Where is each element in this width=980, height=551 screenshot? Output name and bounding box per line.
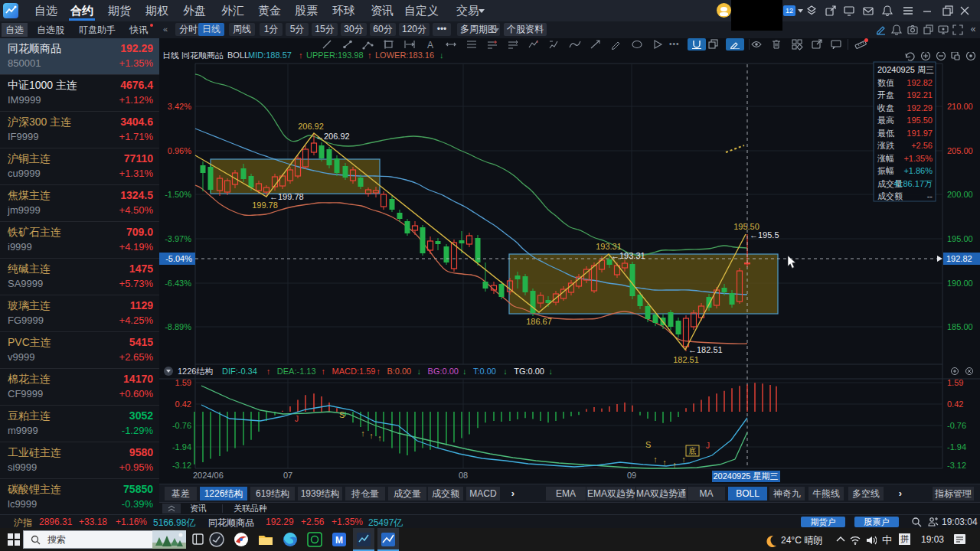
svg-text:↑: ↑ — [368, 52, 372, 60]
svg-text:↑: ↑ — [266, 367, 271, 376]
svg-text:186.67: 186.67 — [526, 317, 552, 326]
svg-text:LOWER:183.16: LOWER:183.16 — [375, 52, 434, 60]
svg-text:07: 07 — [283, 471, 292, 480]
svg-text:193.31: 193.31 — [596, 242, 622, 251]
svg-text:-1.50%: -1.50% — [165, 190, 191, 199]
svg-text:↑: ↑ — [681, 455, 686, 464]
svg-text:+1.35%: +1.35% — [903, 154, 933, 163]
svg-text:A: A — [427, 40, 433, 51]
svg-text:205.00: 205.00 — [947, 146, 973, 155]
svg-text:1.59: 1.59 — [947, 378, 963, 387]
svg-text:底: 底 — [688, 447, 696, 455]
svg-text:开盘: 开盘 — [877, 90, 894, 99]
svg-text:←206.92: ←206.92 — [315, 132, 350, 141]
svg-text:+2.56: +2.56 — [911, 141, 933, 150]
svg-text:-0.76: -0.76 — [172, 421, 191, 430]
svg-text:-8.89%: -8.89% — [165, 322, 191, 331]
svg-text:T:0.00: T:0.00 — [473, 367, 496, 376]
svg-text:-6.43%: -6.43% — [165, 279, 191, 288]
svg-text:-3.12: -3.12 — [947, 461, 966, 470]
svg-text:最高: 最高 — [877, 116, 894, 125]
svg-text:0.96%: 0.96% — [168, 146, 191, 155]
svg-text:B:0.00: B:0.00 — [387, 367, 411, 376]
svg-text:成交额: 成交额 — [877, 191, 903, 201]
svg-text:--: -- — [927, 191, 933, 201]
svg-text:↑: ↑ — [377, 433, 382, 442]
svg-text:20240925 星期三: 20240925 星期三 — [714, 471, 779, 481]
svg-text:-3.12: -3.12 — [172, 461, 191, 470]
svg-text:-1.94: -1.94 — [172, 442, 191, 452]
svg-text:↓: ↓ — [503, 367, 508, 376]
svg-text:M: M — [335, 535, 343, 546]
svg-text:S: S — [339, 410, 345, 419]
svg-text:BG:0.00: BG:0.00 — [428, 367, 459, 376]
svg-text:↑: ↑ — [369, 431, 374, 440]
svg-text:09: 09 — [627, 471, 636, 480]
svg-text:+1.86%: +1.86% — [903, 166, 933, 175]
svg-text:↓: ↓ — [417, 367, 422, 376]
svg-text:J: J — [706, 442, 710, 450]
svg-text:4186.17万: 4186.17万 — [893, 179, 933, 188]
svg-text:-5.04%: -5.04% — [165, 254, 192, 263]
svg-text:↑: ↑ — [322, 367, 326, 376]
svg-text:-3.97%: -3.97% — [165, 234, 191, 243]
svg-text:←195.5: ←195.5 — [750, 230, 779, 240]
svg-text:↓: ↓ — [439, 52, 444, 60]
svg-text:UPPER:193.98: UPPER:193.98 — [306, 52, 364, 60]
svg-text:2024/06: 2024/06 — [193, 471, 224, 480]
svg-text:↑: ↑ — [376, 367, 381, 376]
svg-text:199.78: 199.78 — [252, 201, 278, 210]
svg-text:←193.31: ←193.31 — [611, 251, 645, 260]
svg-text:190.00: 190.00 — [947, 279, 973, 288]
svg-text:200.00: 200.00 — [947, 190, 973, 199]
svg-text:191.97: 191.97 — [906, 129, 933, 138]
svg-text:192.82: 192.82 — [906, 78, 933, 87]
svg-text:1.59: 1.59 — [175, 378, 191, 387]
svg-text:0.42: 0.42 — [175, 399, 191, 409]
svg-text:涨幅: 涨幅 — [877, 154, 894, 163]
svg-text:收盘: 收盘 — [877, 103, 894, 112]
svg-text:182.51: 182.51 — [673, 355, 699, 364]
svg-text:210.00: 210.00 — [947, 102, 973, 111]
svg-text:-0.76: -0.76 — [947, 421, 966, 430]
svg-text:3.42%: 3.42% — [168, 102, 191, 111]
svg-text:206.92: 206.92 — [298, 122, 324, 131]
svg-text:MID:188.57: MID:188.57 — [248, 52, 292, 60]
svg-text:185.00: 185.00 — [947, 322, 973, 331]
svg-text:数值: 数值 — [877, 78, 894, 87]
svg-text:08: 08 — [459, 471, 468, 480]
svg-text:DEA:-1.13: DEA:-1.13 — [277, 367, 316, 376]
svg-text:192.29: 192.29 — [906, 103, 933, 112]
svg-text:20240925 周三: 20240925 周三 — [877, 65, 934, 74]
svg-text:BOLL: BOLL — [227, 52, 249, 60]
svg-text:↓: ↓ — [549, 367, 554, 376]
svg-text:S: S — [645, 440, 651, 449]
svg-text:195.00: 195.00 — [947, 234, 973, 243]
svg-text:192.21: 192.21 — [906, 90, 933, 99]
svg-text:TG:0.00: TG:0.00 — [514, 367, 544, 376]
svg-text:↑: ↑ — [653, 455, 658, 464]
svg-text:↓: ↓ — [462, 367, 467, 376]
svg-text:↑: ↑ — [672, 460, 677, 469]
svg-text:↑: ↑ — [662, 458, 667, 467]
svg-text:涨跌: 涨跌 — [877, 141, 895, 150]
svg-text:↑: ↑ — [361, 429, 365, 438]
svg-text:←182.51: ←182.51 — [688, 345, 723, 354]
svg-text:日线 同花顺商品: 日线 同花顺商品 — [162, 52, 224, 60]
svg-text:195.50: 195.50 — [906, 116, 933, 125]
svg-text:-1.94: -1.94 — [947, 442, 966, 452]
svg-text:↑: ↑ — [299, 52, 303, 60]
svg-text:192.82: 192.82 — [946, 254, 972, 263]
svg-text:1226结构: 1226结构 — [178, 367, 213, 376]
svg-text:最低: 最低 — [877, 129, 894, 138]
svg-text:0.42: 0.42 — [947, 399, 963, 409]
svg-text:振幅: 振幅 — [877, 166, 894, 175]
svg-text:J: J — [295, 415, 299, 423]
svg-text:DIF:-0.34: DIF:-0.34 — [222, 367, 257, 376]
svg-text:MACD:1.59: MACD:1.59 — [332, 367, 376, 376]
